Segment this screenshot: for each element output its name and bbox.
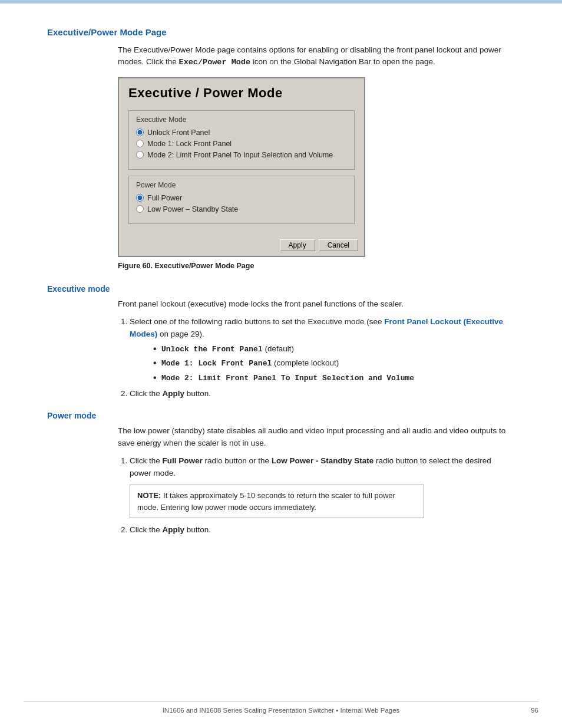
radio-label-low-power: Low Power – Standby State <box>147 205 238 213</box>
radio-input-full-power[interactable] <box>136 194 144 202</box>
ui-footer: Apply Cancel <box>119 236 364 256</box>
power-mode-subsection: Power mode The low power (standby) state… <box>47 411 515 537</box>
figure-caption: Figure 60. Executive/Power Mode Page <box>118 262 515 270</box>
bullet-code-mode2: Mode 2: Limit Front Panel To Input Selec… <box>161 374 414 383</box>
power-mode-group: Power Mode Full Power Low Power – Standb… <box>128 176 355 224</box>
exec-mode-subsection: Executive mode Front panel lockout (exec… <box>47 284 515 400</box>
exec-mode-body: Front panel lockout (executive) mode loc… <box>118 298 515 311</box>
note-label: NOTE: <box>137 491 161 500</box>
radio-input-mode1[interactable] <box>136 140 144 147</box>
cancel-button[interactable]: Cancel <box>319 239 358 251</box>
page-footer: IN1606 and IN1608 Series Scaling Present… <box>24 701 538 714</box>
power-mode-steps: Click the Full Power radio button or the… <box>118 455 515 536</box>
footer-text: IN1606 and IN1608 Series Scaling Present… <box>163 707 400 714</box>
apply-button[interactable]: Apply <box>280 239 315 251</box>
intro-paragraph: The Executive/Power Mode page contains o… <box>118 44 515 69</box>
ui-title-text: Executive / Power Mode <box>128 85 283 100</box>
power-step2-text: Click the Apply button. <box>130 525 211 534</box>
figure-caption-text: Figure 60. Executive/Power Mode Page <box>118 262 254 270</box>
bullet-mode2: Mode 2: Limit Front Panel To Input Selec… <box>153 372 515 384</box>
radio-input-unlock[interactable] <box>136 129 144 136</box>
ui-body: Executive Mode Unlock Front Panel Mode 1… <box>119 104 364 236</box>
exec-step1-prefix: Select one of the following radio button… <box>130 317 384 326</box>
power-step-1: Click the Full Power radio button or the… <box>130 455 515 518</box>
bullet-mode1: Mode 1: Lock Front Panel (complete locko… <box>153 357 515 370</box>
main-section: Executive/Power Mode Page The Executive/… <box>47 27 515 270</box>
radio-full-power[interactable]: Full Power <box>136 194 347 202</box>
exec-step-2: Click the Apply button. <box>130 388 515 400</box>
exec-step-1: Select one of the following radio button… <box>130 316 515 384</box>
radio-input-mode2[interactable] <box>136 151 144 159</box>
intro-code: Exec/Power Mode <box>179 58 251 67</box>
note-text: It takes approximately 5-10 seconds to r… <box>137 491 395 512</box>
power-step-2: Click the Apply button. <box>130 524 515 536</box>
power-step1-text: Click the Full Power radio button or the… <box>130 456 491 477</box>
ui-mockup: Executive / Power Mode Executive Mode Un… <box>118 77 365 257</box>
power-mode-heading: Power mode <box>47 411 515 420</box>
exec-mode-steps: Select one of the following radio button… <box>118 316 515 400</box>
bullet-suffix-mode1: (complete lockout) <box>272 358 339 367</box>
radio-label-mode1: Mode 1: Lock Front Panel <box>147 140 232 148</box>
bullet-unlock: Unlock the Front Panel (default) <box>153 343 515 355</box>
exec-step2-text: Click the Apply button. <box>130 389 211 398</box>
radio-low-power[interactable]: Low Power – Standby State <box>136 205 347 213</box>
bullet-code-mode1: Mode 1: Lock Front Panel <box>161 359 272 368</box>
executive-mode-group: Executive Mode Unlock Front Panel Mode 1… <box>128 110 355 170</box>
radio-mode2-limit[interactable]: Mode 2: Limit Front Panel To Input Selec… <box>136 151 347 159</box>
radio-label-mode2: Mode 2: Limit Front Panel To Input Selec… <box>147 151 333 159</box>
page-content: Executive/Power Mode Page The Executive/… <box>0 4 562 582</box>
power-mode-legend: Power Mode <box>136 181 347 189</box>
bullet-suffix-unlock: (default) <box>263 344 294 353</box>
radio-unlock-front-panel[interactable]: Unlock Front Panel <box>136 129 347 137</box>
radio-label-full-power: Full Power <box>147 194 182 202</box>
radio-input-low-power[interactable] <box>136 205 144 213</box>
main-section-heading: Executive/Power Mode Page <box>47 27 515 37</box>
ui-title-bar: Executive / Power Mode <box>119 78 364 104</box>
bullet-code-unlock: Unlock the Front Panel <box>161 345 263 354</box>
exec-mode-heading: Executive mode <box>47 284 515 294</box>
executive-mode-legend: Executive Mode <box>136 116 347 124</box>
footer-page-num: 96 <box>531 707 538 714</box>
intro-suffix: icon on the Global Navigation Bar to ope… <box>250 57 435 66</box>
exec-bullet-list: Unlock the Front Panel (default) Mode 1:… <box>141 343 515 384</box>
radio-label-unlock: Unlock Front Panel <box>147 129 210 137</box>
power-mode-body: The low power (standby) state disables a… <box>118 425 515 450</box>
exec-step1-suffix: on page 29). <box>157 330 204 338</box>
note-box: NOTE: It takes approximately 5-10 second… <box>130 485 424 518</box>
radio-mode1-lock[interactable]: Mode 1: Lock Front Panel <box>136 140 347 148</box>
